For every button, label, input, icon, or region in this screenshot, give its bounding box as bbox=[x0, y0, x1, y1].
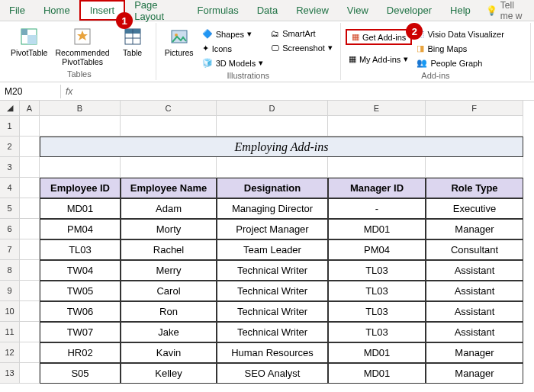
table-cell[interactable]: SEO Analyst bbox=[217, 363, 328, 384]
table-header[interactable]: Manager ID bbox=[328, 178, 426, 198]
cell[interactable] bbox=[328, 116, 426, 137]
row-header-8[interactable]: 8 bbox=[0, 260, 20, 281]
table-cell[interactable]: Consultant bbox=[426, 239, 523, 260]
table-cell[interactable]: Executive bbox=[426, 198, 523, 219]
table-cell[interactable]: Rachel bbox=[121, 239, 217, 260]
table-cell[interactable]: TW05 bbox=[40, 281, 121, 301]
table-cell[interactable]: TL03 bbox=[328, 301, 426, 322]
table-cell[interactable]: Adam bbox=[121, 198, 217, 219]
table-cell[interactable]: Managing Director bbox=[217, 198, 328, 219]
cell[interactable] bbox=[20, 219, 40, 239]
view-tab[interactable]: View bbox=[338, 0, 378, 21]
table-cell[interactable]: Technical Writer bbox=[217, 281, 328, 301]
table-cell[interactable]: Project Manager bbox=[217, 219, 328, 239]
cell[interactable] bbox=[40, 157, 121, 178]
help-tab[interactable]: Help bbox=[441, 0, 480, 21]
pictures-button[interactable]: Pictures bbox=[161, 24, 198, 59]
cell[interactable] bbox=[20, 198, 40, 219]
name-box[interactable]: M20 bbox=[0, 85, 61, 98]
icons-button[interactable]: ✦Icons bbox=[199, 42, 267, 55]
table-cell[interactable]: MD01 bbox=[328, 342, 426, 363]
table-cell[interactable]: TL03 bbox=[328, 281, 426, 301]
row-header-2[interactable]: 2 bbox=[0, 137, 20, 157]
table-button[interactable]: Table bbox=[114, 24, 151, 59]
table-cell[interactable]: Assistant bbox=[426, 281, 523, 301]
table-cell[interactable]: Morty bbox=[121, 219, 217, 239]
cell[interactable] bbox=[121, 157, 217, 178]
formulas-tab[interactable]: Formulas bbox=[188, 0, 248, 21]
home-tab[interactable]: Home bbox=[34, 0, 79, 21]
my-addins-button[interactable]: ▦My Add-ins ▾ bbox=[346, 53, 412, 66]
table-header[interactable]: Designation bbox=[217, 178, 328, 198]
row-header-5[interactable]: 5 bbox=[0, 198, 20, 219]
cell[interactable] bbox=[20, 322, 40, 342]
review-tab[interactable]: Review bbox=[287, 0, 338, 21]
col-header-B[interactable]: B bbox=[40, 101, 121, 116]
row-header-13[interactable]: 13 bbox=[0, 363, 20, 384]
table-cell[interactable]: HR02 bbox=[40, 342, 121, 363]
recommended-pivot-button[interactable]: Recommended PivotTables bbox=[52, 24, 112, 68]
cell[interactable] bbox=[20, 239, 40, 260]
formula-bar[interactable] bbox=[77, 90, 534, 93]
table-cell[interactable]: Assistant bbox=[426, 260, 523, 281]
cell[interactable] bbox=[20, 157, 40, 178]
col-header-D[interactable]: D bbox=[217, 101, 328, 116]
row-header-3[interactable]: 3 bbox=[0, 157, 20, 178]
col-header-C[interactable]: C bbox=[121, 101, 217, 116]
shapes-button[interactable]: 🔷Shapes ▾ bbox=[199, 27, 267, 40]
table-cell[interactable]: Manager bbox=[426, 219, 523, 239]
cell[interactable] bbox=[20, 137, 40, 157]
cell[interactable] bbox=[20, 342, 40, 363]
cell[interactable] bbox=[40, 116, 121, 137]
table-cell[interactable]: Assistant bbox=[426, 322, 523, 342]
title-cell[interactable]: Employing Add-ins bbox=[40, 137, 523, 157]
table-cell[interactable]: TL03 bbox=[328, 260, 426, 281]
table-cell[interactable]: MD01 bbox=[328, 363, 426, 384]
cell[interactable] bbox=[20, 301, 40, 322]
table-cell[interactable]: Manager bbox=[426, 342, 523, 363]
table-cell[interactable]: Team Leader bbox=[217, 239, 328, 260]
col-header-A[interactable]: A bbox=[20, 101, 40, 116]
table-cell[interactable]: Kelley bbox=[121, 363, 217, 384]
table-cell[interactable]: Human Resources bbox=[217, 342, 328, 363]
table-cell[interactable]: Assistant bbox=[426, 301, 523, 322]
row-header-12[interactable]: 12 bbox=[0, 342, 20, 363]
cell[interactable] bbox=[20, 260, 40, 281]
table-cell[interactable]: Technical Writer bbox=[217, 260, 328, 281]
table-cell[interactable]: PM04 bbox=[40, 219, 121, 239]
tell-me[interactable]: 💡 Tell me w bbox=[480, 0, 534, 21]
get-addins-button[interactable]: ▦ Get Add-ins 2 bbox=[346, 29, 412, 45]
table-header[interactable]: Role Type bbox=[426, 178, 523, 198]
cell[interactable] bbox=[217, 157, 328, 178]
table-cell[interactable]: - bbox=[328, 198, 426, 219]
cell[interactable] bbox=[328, 157, 426, 178]
table-cell[interactable]: Merry bbox=[121, 260, 217, 281]
bing-maps-button[interactable]: ◨Bing Maps bbox=[413, 42, 507, 55]
cell[interactable] bbox=[426, 157, 523, 178]
row-header-10[interactable]: 10 bbox=[0, 301, 20, 322]
select-all-corner[interactable]: ◢ bbox=[0, 101, 20, 116]
col-header-E[interactable]: E bbox=[328, 101, 426, 116]
fx-button[interactable]: fx bbox=[61, 86, 77, 97]
table-cell[interactable]: Jake bbox=[121, 322, 217, 342]
table-cell[interactable]: TL03 bbox=[40, 239, 121, 260]
cell[interactable] bbox=[121, 116, 217, 137]
insert-tab[interactable]: Insert 1 bbox=[79, 0, 126, 21]
file-tab[interactable]: File bbox=[0, 0, 34, 21]
row-header-1[interactable]: 1 bbox=[0, 116, 20, 137]
cell[interactable] bbox=[20, 363, 40, 384]
cell[interactable] bbox=[20, 178, 40, 198]
col-header-F[interactable]: F bbox=[426, 101, 523, 116]
developer-tab[interactable]: Developer bbox=[378, 0, 441, 21]
table-cell[interactable]: S05 bbox=[40, 363, 121, 384]
table-cell[interactable]: TW04 bbox=[40, 260, 121, 281]
data-tab[interactable]: Data bbox=[248, 0, 287, 21]
table-cell[interactable]: TW07 bbox=[40, 322, 121, 342]
table-cell[interactable]: Carol bbox=[121, 281, 217, 301]
cell[interactable] bbox=[217, 116, 328, 137]
pivot-table-button[interactable]: PivotTable bbox=[8, 24, 50, 59]
table-cell[interactable]: Kavin bbox=[121, 342, 217, 363]
cell[interactable] bbox=[426, 116, 523, 137]
row-header-11[interactable]: 11 bbox=[0, 322, 20, 342]
table-cell[interactable]: PM04 bbox=[328, 239, 426, 260]
